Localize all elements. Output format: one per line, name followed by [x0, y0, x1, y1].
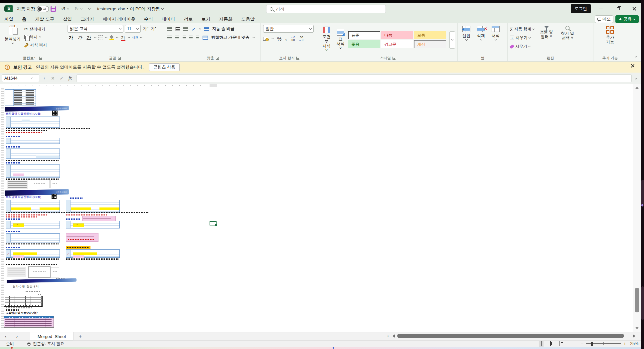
zoom-slider-thumb[interactable]: [591, 342, 593, 346]
number-format-select[interactable]: 일반: [263, 25, 314, 33]
menu-tab-formulas[interactable]: 수식: [140, 15, 157, 23]
align-bottom-button[interactable]: [183, 27, 188, 31]
decrease-decimal-button[interactable]: .00→0: [299, 36, 303, 41]
prev-sheet-button[interactable]: ‹: [0, 334, 11, 339]
comma-style-button[interactable]: ,: [285, 35, 287, 42]
tab-bar-menu[interactable]: ⋮: [386, 334, 390, 339]
page-break-view-button[interactable]: [558, 341, 562, 347]
share-button[interactable]: 공유: [615, 15, 639, 23]
autosave-toggle[interactable]: 끔: [37, 6, 49, 12]
orientation-button[interactable]: [191, 27, 196, 31]
accessibility-status[interactable]: 접근성: 조사 필요: [33, 341, 64, 347]
paste-button[interactable]: 붙여넣기: [2, 25, 23, 55]
horizontal-scrollbar[interactable]: [393, 333, 635, 339]
format-cells-button[interactable]: 서식: [489, 25, 502, 55]
active-cell[interactable]: [210, 221, 217, 225]
scroll-up-icon[interactable]: [635, 87, 639, 89]
confirm-entry-button[interactable]: ✓: [58, 75, 65, 82]
style-calculation[interactable]: 계산: [414, 40, 446, 48]
save-button[interactable]: [51, 3, 56, 15]
accounting-format-button[interactable]: [263, 37, 268, 41]
zoom-slider[interactable]: [586, 343, 621, 344]
document-title[interactable]: testmerge.xlsx • 이 PC에 저장됨: [97, 3, 163, 15]
security-warning-message[interactable]: 연결의 자동 업데이트를 사용할 수 없도록 설정했습니다.: [36, 64, 144, 70]
borders-button[interactable]: [98, 35, 103, 40]
menu-tab-automate[interactable]: 자동화: [215, 15, 237, 23]
format-painter-button[interactable]: 서식 복사: [23, 41, 48, 49]
phonetic-button[interactable]: 내천: [132, 36, 138, 40]
menu-tab-help[interactable]: 도움말: [237, 15, 259, 23]
dialog-launcher-icon[interactable]: [296, 57, 299, 60]
copy-button[interactable]: 복사: [23, 33, 48, 41]
align-top-button[interactable]: [167, 27, 172, 31]
autosum-button[interactable]: Σ자동 합계: [510, 26, 534, 33]
scroll-down-icon[interactable]: [635, 327, 639, 329]
close-button[interactable]: [627, 3, 641, 15]
restore-button[interactable]: [611, 3, 625, 15]
menu-tab-developer[interactable]: 개발 도구: [31, 15, 59, 23]
increase-decimal-button[interactable]: ←0.00: [290, 36, 295, 41]
menu-tab-insert[interactable]: 삽입: [59, 15, 76, 23]
zoom-level[interactable]: 25%: [630, 341, 638, 346]
fill-color-button[interactable]: [109, 35, 114, 40]
font-size-select[interactable]: 11: [125, 25, 141, 33]
styles-gallery-more-button[interactable]: [449, 31, 455, 49]
dialog-launcher-icon[interactable]: [216, 57, 219, 60]
excel-logo-icon[interactable]: X: [5, 5, 13, 12]
dialog-launcher-icon[interactable]: [118, 57, 121, 60]
merge-center-button[interactable]: 병합하고 가운데 맞춤: [211, 35, 249, 40]
comments-button[interactable]: 메모: [595, 15, 613, 23]
decrease-indent-button[interactable]: [189, 36, 193, 39]
cancel-entry-button[interactable]: ✕: [49, 75, 57, 82]
vertical-scrollbar[interactable]: [633, 84, 641, 332]
dialog-launcher-icon[interactable]: [393, 57, 396, 60]
normal-view-button[interactable]: [539, 341, 544, 347]
align-middle-button[interactable]: [175, 27, 180, 31]
menu-tab-home[interactable]: 홈: [18, 15, 31, 23]
align-center-button[interactable]: [175, 36, 179, 39]
scroll-left-icon[interactable]: [393, 334, 395, 338]
expand-formula-bar-button[interactable]: [635, 77, 637, 79]
style-neutral[interactable]: 보통: [414, 31, 446, 39]
italic-button[interactable]: 가: [77, 35, 83, 41]
underline-button[interactable]: 가: [85, 35, 92, 41]
find-select-button[interactable]: 찾기 및선택 ˅: [559, 25, 576, 55]
menu-tab-file[interactable]: 파일: [0, 15, 18, 23]
menu-tab-data[interactable]: 데이터: [157, 15, 180, 23]
menu-tab-draw[interactable]: 그리기: [76, 15, 98, 23]
shrink-font-button[interactable]: 가ˇ: [150, 26, 157, 32]
redo-button[interactable]: ↻: [75, 3, 82, 15]
name-box-menu[interactable]: ⋮: [41, 75, 48, 82]
style-bad[interactable]: 나쁨: [381, 31, 413, 39]
horizontal-scroll-thumb[interactable]: [397, 334, 624, 338]
zoom-in-button[interactable]: +: [623, 341, 626, 346]
login-button[interactable]: 로그인: [571, 4, 591, 13]
style-normal[interactable]: 표준: [348, 31, 380, 39]
percent-style-button[interactable]: %: [277, 36, 281, 42]
search-input[interactable]: [276, 7, 376, 12]
increase-indent-button[interactable]: [196, 36, 199, 39]
formula-input[interactable]: [77, 74, 632, 82]
collapse-ribbon-button[interactable]: [635, 53, 637, 59]
font-color-button[interactable]: 가: [120, 35, 126, 41]
name-box[interactable]: [2, 74, 39, 82]
enable-content-button[interactable]: 콘텐츠 사용: [149, 63, 180, 71]
grow-font-button[interactable]: 가ˆ: [142, 26, 149, 32]
worksheet-canvas[interactable]: 신한투자증권 퇴직급여 지급신청서 (DC형) 신: [0, 84, 633, 332]
minimize-button[interactable]: [594, 3, 607, 15]
menu-tab-view[interactable]: 보기: [197, 15, 215, 23]
name-box-input[interactable]: [4, 76, 31, 81]
clear-button[interactable]: 지우기: [510, 43, 534, 50]
font-name-select[interactable]: 맑은 고딕: [68, 25, 123, 33]
scroll-right-icon[interactable]: [633, 334, 635, 338]
style-warning[interactable]: 경고문: [381, 40, 413, 48]
align-right-button[interactable]: [183, 36, 186, 39]
search-box[interactable]: [266, 5, 386, 13]
next-sheet-button[interactable]: ›: [11, 334, 23, 339]
quick-access-customize-button[interactable]: [88, 3, 90, 15]
conditional-formatting-button[interactable]: 조건부서식 ˅: [320, 27, 333, 53]
insert-cells-button[interactable]: 삽입: [460, 25, 473, 55]
dialog-launcher-icon[interactable]: [39, 57, 42, 60]
sheet-tab-merged-sheet[interactable]: Merged_Sheet: [30, 332, 74, 341]
style-good[interactable]: 좋음: [348, 40, 380, 48]
